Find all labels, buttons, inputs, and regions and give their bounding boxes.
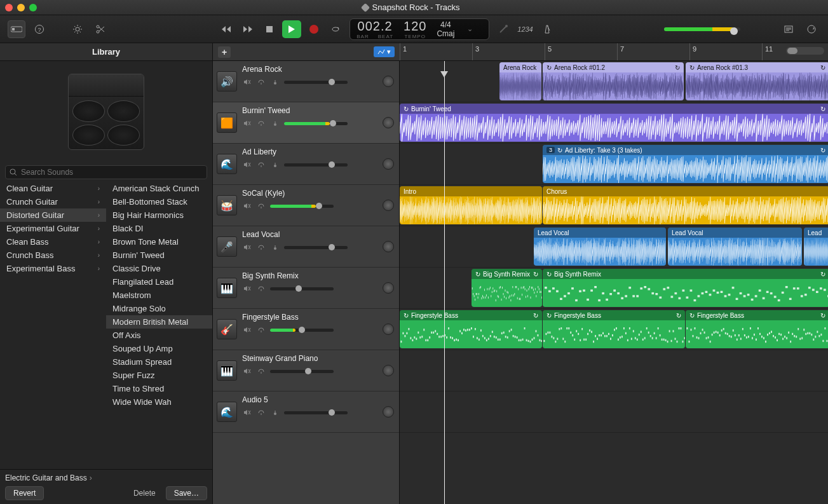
- scissors-icon[interactable]: [92, 20, 109, 38]
- stop-button[interactable]: [261, 20, 278, 38]
- region[interactable]: ↻ Big Synth Remix ↻: [472, 269, 542, 307]
- notepad-icon[interactable]: [780, 20, 797, 38]
- track-volume-slider[interactable]: [270, 287, 334, 290]
- loops-icon[interactable]: [803, 20, 820, 38]
- category-item[interactable]: Crunch Guitar›: [0, 195, 106, 208]
- mute-button[interactable]: [242, 201, 252, 210]
- region[interactable]: ↻ Big Synth Remix ↻: [543, 269, 828, 307]
- count-in-label[interactable]: 1234: [517, 25, 533, 33]
- arrangement-lane[interactable]: [400, 392, 828, 433]
- search-input[interactable]: [21, 168, 203, 177]
- mute-button[interactable]: [242, 367, 252, 376]
- category-item[interactable]: Experimental Bass›: [0, 262, 106, 275]
- region[interactable]: Lead Vocal: [534, 228, 666, 266]
- close-window[interactable]: [5, 4, 13, 11]
- preset-item[interactable]: Off Axis: [106, 329, 212, 342]
- rewind-button[interactable]: [217, 20, 235, 38]
- solo-button[interactable]: [256, 119, 266, 128]
- track-header[interactable]: 🌊 Ad Liberty: [213, 144, 399, 185]
- mute-button[interactable]: [242, 325, 252, 334]
- mute-button[interactable]: [242, 119, 252, 128]
- track-header[interactable]: 🎹 Big Synth Remix: [213, 268, 399, 309]
- track-header[interactable]: 🎹 Steinway Grand Piano: [213, 350, 399, 392]
- track-volume-slider[interactable]: [284, 246, 348, 249]
- preset-item[interactable]: Big Hair Harmonics: [106, 208, 212, 222]
- pan-knob[interactable]: [383, 158, 394, 170]
- play-button[interactable]: [282, 20, 301, 38]
- settings-icon[interactable]: [69, 20, 86, 38]
- solo-button[interactable]: [256, 325, 266, 334]
- metronome-icon[interactable]: [538, 20, 556, 38]
- arrangement-lane[interactable]: Intro Chorus: [400, 185, 828, 226]
- arrangement-area[interactable]: Arena Rock ↻ Arena Rock #01.2 ↻ ↻ Arena …: [400, 61, 828, 504]
- region[interactable]: Lead: [804, 228, 828, 266]
- category-item[interactable]: Clean Guitar›: [0, 182, 106, 195]
- library-search[interactable]: [5, 165, 207, 179]
- preset-item[interactable]: Modern British Metal: [106, 315, 212, 329]
- chevron-down-icon[interactable]: ⌄: [467, 25, 473, 33]
- category-item[interactable]: Crunch Bass›: [0, 249, 106, 262]
- pan-knob[interactable]: [383, 324, 394, 335]
- solo-button[interactable]: [256, 367, 266, 376]
- category-item[interactable]: Clean Bass›: [0, 235, 106, 249]
- zoom-scroller[interactable]: [786, 47, 824, 55]
- mute-button[interactable]: [242, 160, 252, 169]
- forward-button[interactable]: [239, 20, 257, 38]
- region[interactable]: 3↻ Ad Liberty: Take 3 (3 takes) ↻: [543, 145, 828, 183]
- preset-item[interactable]: Stadium Spread: [106, 355, 212, 369]
- preset-item[interactable]: Bell-Bottomed Stack: [106, 195, 212, 208]
- pan-knob[interactable]: [383, 241, 394, 252]
- region[interactable]: ↻ Arena Rock #01.2 ↻: [543, 62, 684, 100]
- solo-button[interactable]: [256, 408, 266, 417]
- arrangement-lane[interactable]: ↻ Big Synth Remix ↻ ↻ Big Synth Remix ↻: [400, 268, 828, 309]
- track-volume-slider[interactable]: [284, 163, 348, 167]
- preset-list[interactable]: American Stack CrunchBell-Bottomed Stack…: [106, 182, 212, 469]
- category-list[interactable]: Clean Guitar›Crunch Guitar›Distorted Gui…: [0, 182, 106, 469]
- track-header[interactable]: 🔊 Arena Rock: [213, 61, 399, 102]
- arrangement-lane[interactable]: [400, 350, 828, 392]
- preset-item[interactable]: Brown Tone Metal: [106, 235, 212, 249]
- pan-knob[interactable]: [383, 200, 394, 211]
- quick-help-icon[interactable]: ?: [31, 20, 48, 38]
- preset-item[interactable]: Classic Drive: [106, 262, 212, 275]
- track-volume-slider[interactable]: [270, 205, 334, 208]
- preset-item[interactable]: Time to Shred: [106, 382, 212, 395]
- library-breadcrumb[interactable]: Electric Guitar and Bass ›: [5, 473, 207, 482]
- pan-knob[interactable]: [383, 282, 394, 294]
- region[interactable]: ↻ Burnin' Tweed ↻: [400, 104, 828, 142]
- arrangement-lane[interactable]: ↻ Fingerstyle Bass ↻ ↻ Fingerstyle Bass …: [400, 309, 828, 350]
- track-volume-slider[interactable]: [270, 329, 334, 332]
- mute-button[interactable]: [242, 408, 252, 417]
- arrangement-lane[interactable]: Arena Rock ↻ Arena Rock #01.2 ↻ ↻ Arena …: [400, 61, 828, 102]
- solo-button[interactable]: [256, 201, 266, 210]
- preset-item[interactable]: Souped Up Amp: [106, 342, 212, 355]
- input-monitor-button[interactable]: [270, 119, 280, 128]
- track-header[interactable]: 🥁 SoCal (Kyle): [213, 185, 399, 226]
- preset-item[interactable]: Maelstrom: [106, 289, 212, 302]
- region[interactable]: Intro: [400, 186, 542, 224]
- track-header[interactable]: 🟧 Burnin' Tweed: [213, 102, 399, 144]
- pan-knob[interactable]: [383, 406, 394, 418]
- region[interactable]: ↻ Fingerstyle Bass ↻: [543, 310, 685, 348]
- region[interactable]: ↻ Fingerstyle Bass ↻: [400, 310, 542, 348]
- track-header[interactable]: 🎸 Fingerstyle Bass: [213, 309, 399, 350]
- region[interactable]: Chorus: [543, 186, 828, 224]
- record-button[interactable]: [305, 20, 323, 38]
- mute-button[interactable]: [242, 243, 252, 252]
- track-volume-slider[interactable]: [284, 411, 348, 414]
- region[interactable]: Arena Rock: [499, 62, 541, 100]
- arrangement-lane[interactable]: Lead Vocal Lead Vocal Lead: [400, 226, 828, 268]
- cycle-button[interactable]: [327, 20, 344, 38]
- timeline-ruler[interactable]: 1357911: [400, 43, 828, 61]
- category-item[interactable]: Distorted Guitar›: [0, 208, 106, 222]
- mute-button[interactable]: [242, 78, 252, 86]
- add-track-button[interactable]: +: [218, 46, 231, 58]
- solo-button[interactable]: [256, 243, 266, 252]
- region[interactable]: ↻ Fingerstyle Bass ↻: [686, 310, 828, 348]
- master-volume[interactable]: [664, 27, 744, 31]
- automation-toggle[interactable]: ▾: [374, 46, 395, 57]
- arrangement-lane[interactable]: 3↻ Ad Liberty: Take 3 (3 takes) ↻: [400, 144, 828, 185]
- preset-item[interactable]: Black DI: [106, 222, 212, 235]
- pan-knob[interactable]: [383, 76, 394, 87]
- preset-item[interactable]: American Stack Crunch: [106, 182, 212, 195]
